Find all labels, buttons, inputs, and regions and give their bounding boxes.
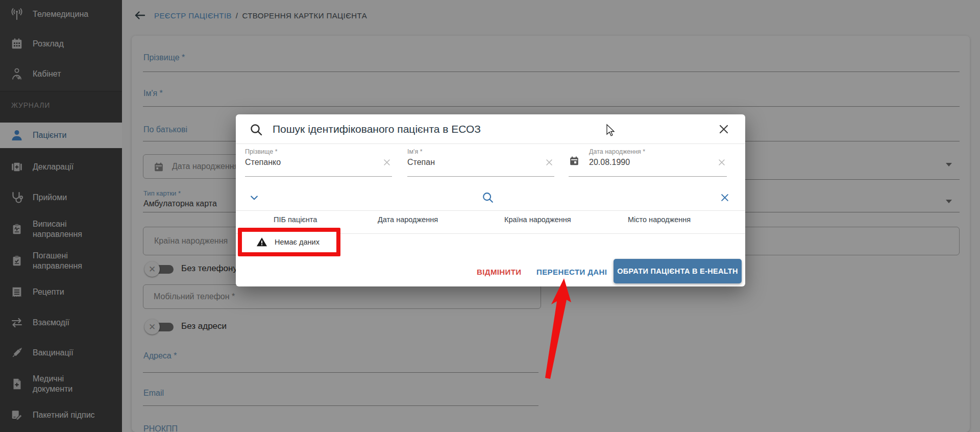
no-data-highlight-box: Немає даних xyxy=(238,228,340,256)
clear-icon[interactable] xyxy=(544,157,554,167)
calendar-icon xyxy=(569,155,580,169)
cancel-button[interactable]: ВІДМІНИТИ xyxy=(477,268,522,276)
search-submit-icon[interactable] xyxy=(481,191,495,206)
modal-divider xyxy=(236,210,745,211)
select-patient-ehealth-button[interactable]: ОБРАТИ ПАЦІЄНТА В E-HEALTH xyxy=(614,259,742,283)
clear-icon[interactable] xyxy=(717,157,727,167)
clear-icon[interactable] xyxy=(382,157,392,167)
ecoz-search-modal: Пошук ідентифікованого пацієнта в ЕСОЗ П… xyxy=(236,114,745,286)
no-data-text: Немає даних xyxy=(275,238,320,246)
field-label: Дата народження * xyxy=(589,148,645,155)
table-header-name: ПІБ пацієнта xyxy=(274,215,317,224)
field-value: Степанко xyxy=(245,158,281,167)
chevron-down-icon[interactable] xyxy=(249,193,259,205)
table-header-birth-country: Країна народження xyxy=(504,215,571,224)
modal-surname-field[interactable]: Прізвище * Степанко xyxy=(245,147,392,178)
table-header-birth-date: Дата народження xyxy=(378,215,438,224)
clear-search-icon[interactable] xyxy=(720,193,730,205)
modal-birth-date-field[interactable]: Дата народження * 20.08.1990 xyxy=(569,147,727,178)
field-value: Степан xyxy=(407,158,435,167)
modal-name-field[interactable]: Ім'я * Степан xyxy=(407,147,554,178)
table-header-birth-city: Місто народження xyxy=(628,215,691,224)
field-value: 20.08.1990 xyxy=(589,158,630,167)
warning-icon xyxy=(256,236,267,248)
field-label: Прізвище * xyxy=(245,148,278,155)
field-underline xyxy=(407,176,554,177)
search-icon xyxy=(249,123,263,139)
field-underline xyxy=(245,176,392,177)
app-root: РЕЄСТР ПАЦІЄНТІВ / СТВОРЕННЯ КАРТКИ ПАЦІ… xyxy=(0,0,980,432)
close-icon[interactable] xyxy=(718,123,730,137)
modal-header-divider xyxy=(236,143,745,144)
modal-title: Пошук ідентифікованого пацієнта в ЕСОЗ xyxy=(273,123,481,135)
field-underline xyxy=(569,176,727,177)
transfer-data-button[interactable]: ПЕРЕНЕСТИ ДАНІ xyxy=(536,268,607,276)
field-label: Ім'я * xyxy=(407,148,423,155)
